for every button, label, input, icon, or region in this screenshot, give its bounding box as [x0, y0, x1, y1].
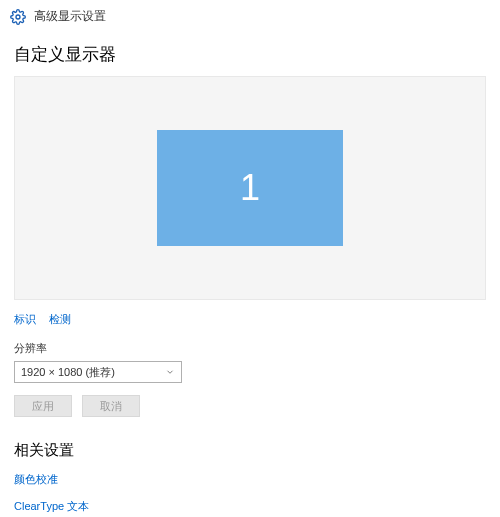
related-heading: 相关设置	[14, 441, 486, 460]
svg-point-0	[16, 15, 20, 19]
detect-link[interactable]: 检测	[49, 313, 71, 325]
window-title: 高级显示设置	[34, 8, 106, 25]
resolution-dropdown[interactable]: 1920 × 1080 (推荐)	[14, 361, 182, 383]
monitor-tile-1[interactable]: 1	[157, 130, 343, 246]
resolution-label: 分辨率	[14, 341, 486, 356]
cancel-button[interactable]: 取消	[82, 395, 140, 417]
window-header: 高级显示设置	[0, 0, 500, 33]
display-preview-area: 1	[14, 76, 486, 300]
color-calibration-link[interactable]: 颜色校准	[14, 472, 486, 487]
apply-button[interactable]: 应用	[14, 395, 72, 417]
related-settings: 相关设置 颜色校准 ClearType 文本 文本和其他项目大小调整的高级选项 …	[14, 441, 486, 517]
identify-link[interactable]: 标识	[14, 313, 36, 325]
custom-display-heading: 自定义显示器	[14, 43, 486, 66]
display-actions: 标识 检测	[14, 312, 486, 327]
action-buttons: 应用 取消	[14, 395, 486, 417]
gear-icon	[10, 9, 26, 25]
monitor-number: 1	[240, 167, 260, 209]
resolution-value: 1920 × 1080 (推荐)	[21, 365, 115, 380]
chevron-down-icon	[165, 367, 175, 377]
cleartype-text-link[interactable]: ClearType 文本	[14, 499, 486, 514]
